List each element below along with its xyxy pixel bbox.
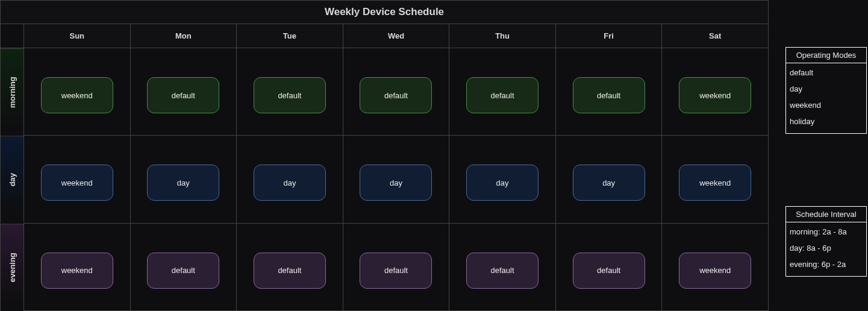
period-header-day: day bbox=[0, 136, 24, 223]
cell-evening-wed: default bbox=[343, 224, 450, 311]
chip-morning-sat[interactable]: weekend bbox=[679, 77, 751, 113]
chip-evening-mon[interactable]: default bbox=[147, 253, 219, 289]
cell-day-sun: weekend bbox=[24, 136, 131, 223]
cell-evening-tue: default bbox=[237, 224, 343, 311]
grid-corner bbox=[0, 24, 24, 48]
cell-day-wed: day bbox=[343, 136, 450, 223]
chip-day-sat[interactable]: weekend bbox=[679, 165, 751, 201]
cell-evening-mon: default bbox=[131, 224, 237, 311]
period-header-evening: evening bbox=[0, 224, 24, 311]
cell-evening-fri: default bbox=[556, 224, 663, 311]
day-header-sun: Sun bbox=[24, 24, 131, 48]
chip-evening-sun[interactable]: weekend bbox=[41, 253, 113, 289]
chip-day-thu[interactable]: day bbox=[466, 165, 539, 201]
chip-day-fri[interactable]: day bbox=[573, 165, 645, 201]
schedule-area: Weekly Device Schedule Sun Mon Tue Wed T… bbox=[0, 0, 769, 311]
chip-evening-tue[interactable]: default bbox=[254, 253, 326, 289]
chip-day-wed[interactable]: day bbox=[360, 165, 432, 201]
cell-morning-thu: default bbox=[449, 48, 556, 136]
day-header-mon: Mon bbox=[131, 24, 237, 48]
day-header-wed: Wed bbox=[343, 24, 450, 48]
mode-item-weekend[interactable]: weekend bbox=[790, 97, 863, 113]
panel-schedule-interval-title: Schedule Interval bbox=[786, 207, 866, 222]
panel-operating-modes-title: Operating Modes bbox=[786, 48, 866, 63]
chip-morning-sun[interactable]: weekend bbox=[41, 77, 113, 113]
cell-morning-sat: weekend bbox=[662, 48, 769, 136]
panel-schedule-interval-body: morning: 2a - 8a day: 8a - 6p evening: 6… bbox=[786, 222, 866, 276]
schedule-grid: Sun Mon Tue Wed Thu Fri Sat morning week… bbox=[0, 24, 769, 311]
cell-day-tue: day bbox=[237, 136, 343, 223]
interval-item-day: day: 8a - 6p bbox=[790, 240, 863, 256]
mode-item-day[interactable]: day bbox=[790, 81, 863, 97]
chip-evening-wed[interactable]: default bbox=[360, 253, 432, 289]
chip-evening-sat[interactable]: weekend bbox=[679, 253, 751, 289]
panel-schedule-interval: Schedule Interval morning: 2a - 8a day: … bbox=[785, 206, 867, 277]
cell-evening-sun: weekend bbox=[24, 224, 131, 311]
page-title: Weekly Device Schedule bbox=[325, 6, 444, 18]
cell-evening-sat: weekend bbox=[662, 224, 769, 311]
interval-item-morning: morning: 2a - 8a bbox=[790, 224, 863, 240]
cell-morning-fri: default bbox=[556, 48, 663, 136]
chip-day-tue[interactable]: day bbox=[254, 165, 326, 201]
mode-item-holiday[interactable]: holiday bbox=[790, 113, 863, 130]
cell-day-thu: day bbox=[449, 136, 556, 223]
cell-morning-sun: weekend bbox=[24, 48, 131, 136]
panel-operating-modes-body: default day weekend holiday bbox=[786, 63, 866, 133]
chip-morning-tue[interactable]: default bbox=[254, 77, 326, 113]
chip-day-sun[interactable]: weekend bbox=[41, 165, 113, 201]
cell-morning-mon: default bbox=[131, 48, 237, 136]
cell-day-sat: weekend bbox=[662, 136, 769, 223]
day-header-tue: Tue bbox=[237, 24, 343, 48]
chip-evening-fri[interactable]: default bbox=[573, 253, 645, 289]
chip-morning-fri[interactable]: default bbox=[573, 77, 645, 113]
sidebar: Operating Modes default day weekend holi… bbox=[769, 0, 868, 311]
day-header-sat: Sat bbox=[662, 24, 769, 48]
chip-morning-thu[interactable]: default bbox=[466, 77, 539, 113]
interval-item-evening: evening: 6p - 2a bbox=[790, 256, 863, 272]
cell-day-fri: day bbox=[556, 136, 663, 223]
chip-morning-wed[interactable]: default bbox=[360, 77, 432, 113]
chip-day-mon[interactable]: day bbox=[147, 165, 219, 201]
panel-operating-modes: Operating Modes default day weekend holi… bbox=[785, 47, 867, 134]
page-title-bar: Weekly Device Schedule bbox=[0, 0, 769, 24]
cell-morning-wed: default bbox=[343, 48, 450, 136]
cell-evening-thu: default bbox=[449, 224, 556, 311]
cell-day-mon: day bbox=[131, 136, 237, 223]
day-header-fri: Fri bbox=[556, 24, 663, 48]
chip-morning-mon[interactable]: default bbox=[147, 77, 219, 113]
cell-morning-tue: default bbox=[237, 48, 343, 136]
mode-item-default[interactable]: default bbox=[790, 64, 863, 81]
chip-evening-thu[interactable]: default bbox=[466, 253, 539, 289]
period-header-morning: morning bbox=[0, 48, 24, 136]
day-header-thu: Thu bbox=[449, 24, 556, 48]
